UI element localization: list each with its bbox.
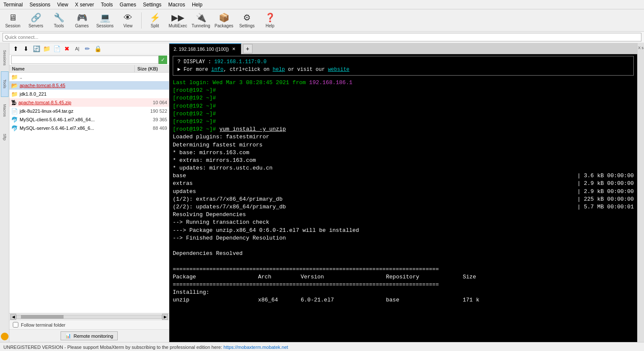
toolbar-session-label: Session (5, 23, 20, 28)
download-btn[interactable]: ⬇ (21, 44, 31, 53)
refresh-btn[interactable]: 🔄 (32, 44, 41, 53)
file-row[interactable]: 📄 jdk-8u221-linux-x64.tar.gz 190 522 (9, 107, 169, 115)
address-bar: /root/software/ ✓ (9, 55, 169, 65)
statusbar-link[interactable]: https://mobaxterm.mobatek.net (223, 345, 288, 350)
toolbar-tools[interactable]: 🔧 Tools (48, 10, 70, 31)
file-row[interactable]: 🗜 apache-tomcat-8.5.45.zip 10 064 (9, 98, 169, 107)
terminal[interactable]: ? DISPLAY : 192.168.1.117:0.0 ► For more… (169, 54, 637, 342)
newfile-btn[interactable]: 📄 (52, 44, 61, 53)
file-size: 39 365 (133, 117, 167, 122)
file-size: 88 469 (133, 126, 167, 131)
term-line: [root@192 ~]# (173, 118, 634, 126)
remote-monitoring-bar: 📊 Remote monitoring (9, 329, 169, 342)
right-panel-close[interactable]: X s (638, 45, 644, 51)
toolbar-tools-label: Tools (54, 23, 64, 28)
remote-monitoring-button[interactable]: 📊 Remote monitoring (61, 331, 118, 340)
file-hscroll: ◀ ▶ (9, 313, 169, 320)
rename-btn[interactable]: A| (73, 44, 82, 53)
toolbar-view[interactable]: 👁 View (117, 10, 139, 31)
file-row[interactable]: 🐬 MySQL-client-5.6.46-1.el7.x86_64... 39… (9, 115, 169, 124)
mysql-icon: 🐬 (11, 125, 18, 132)
term-line: Determining fastest mirrors (173, 141, 634, 149)
term-line: * updates: mirrors.ustc.edu.cn (173, 164, 634, 172)
toolbar-sessions2[interactable]: 💻 Sessions (94, 10, 116, 31)
file-list-header: Name Size (KB) (9, 65, 169, 73)
term-line: (2/2): updates/7/x86_64/primary_db| 5.7 … (173, 203, 634, 211)
menu-view[interactable]: View (54, 1, 72, 9)
toolbar-multiexec-label: MultiExec (168, 23, 187, 28)
menu-macros[interactable]: Macros (165, 1, 189, 9)
sessions2-icon: 💻 (100, 12, 110, 23)
term-line: base| 3.6 kB 00:00:00 (173, 172, 634, 180)
toolbar-games[interactable]: 🎮 Games (71, 10, 93, 31)
quickconnect-bar (0, 32, 644, 43)
file-name: jdk-8u221-linux-x64.tar.gz (20, 108, 133, 114)
file-row[interactable]: 📁 jdk1.8.0_221 (9, 90, 169, 98)
toolbar-split[interactable]: ⚡ Split (144, 10, 166, 31)
hscroll-track[interactable] (16, 315, 162, 319)
permissions-btn[interactable]: 🔒 (93, 44, 102, 53)
address-go-btn[interactable]: ✓ (159, 56, 167, 64)
file-row[interactable]: 📂 apache-tomcat-8.5.45 (9, 81, 169, 90)
follow-folder-checkbox[interactable] (13, 322, 18, 328)
toolbar-games-label: Games (75, 23, 89, 28)
toolbar-packages[interactable]: 📦 Packages (213, 10, 235, 31)
upload-btn[interactable]: ⬆ (11, 44, 20, 53)
address-input[interactable]: /root/software/ (11, 56, 159, 64)
remote-monitoring-label: Remote monitoring (74, 333, 113, 339)
terminal-area: 2. 192.168.186.100 ([100]) ✕ + ? DISPLAY… (169, 43, 637, 342)
menu-help[interactable]: Help (189, 1, 206, 9)
settings-icon: ⚙ (243, 12, 251, 23)
hscroll-thumb[interactable] (21, 315, 64, 319)
sidebar-item-macros[interactable]: Macros (1, 98, 9, 123)
menu-xserver[interactable]: X server (72, 1, 98, 9)
toolbar-tunneling[interactable]: 🔌 Tunneling (190, 10, 212, 31)
hscroll-right[interactable]: ▶ (162, 314, 168, 320)
servers-icon: 🔗 (31, 12, 41, 23)
zip-icon: 🗜 (11, 99, 17, 106)
menu-games[interactable]: Games (116, 1, 140, 9)
file-panel: ⬆ ⬇ 🔄 📁 📄 ✖ A| ✏ 🔒 /root/software/ ✓ Nam… (9, 43, 169, 342)
terminal-tab[interactable]: 2. 192.168.186.100 ([100]) ✕ (169, 43, 241, 54)
toolbar-settings[interactable]: ⚙ Settings (236, 10, 258, 31)
edit-btn[interactable]: ✏ (83, 44, 92, 53)
games-icon: 🎮 (77, 12, 87, 23)
col-size-header: Size (KB) (135, 65, 169, 72)
file-row[interactable]: 📁 .. (9, 73, 169, 81)
sidebar-item-sessions[interactable]: Sessions (1, 45, 9, 70)
term-line: Last login: Wed Mar 3 08:28:45 2021 from… (173, 79, 634, 87)
mysql-icon: 🐬 (11, 117, 18, 123)
menu-tools[interactable]: Tools (98, 1, 116, 9)
tab-close-btn[interactable]: ✕ (231, 46, 237, 52)
toolbar-help[interactable]: ❓ Help (259, 10, 281, 31)
tools-icon: 🔧 (54, 12, 64, 23)
sidebar-item-tools[interactable]: Tools (1, 71, 9, 97)
toolbar-multiexec[interactable]: ▶▶ MultiExec (167, 10, 189, 31)
toolbar: 🖥 Session 🔗 Servers 🔧 Tools 🎮 Games 💻 Se… (0, 9, 644, 32)
file-name: apache-tomcat-8.5.45.zip (18, 100, 133, 105)
folder-icon: 📁 (11, 91, 18, 97)
menu-terminal[interactable]: Terminal (0, 1, 26, 9)
toolbar-servers[interactable]: 🔗 Servers (25, 10, 47, 31)
toolbar-session[interactable]: 🖥 Session (2, 10, 24, 31)
file-row[interactable]: 🐬 MySQL-server-5.6.46-1.el7.x86_6... 88 … (9, 124, 169, 132)
term-install-row: unzip x86_64 6.0-21.el7 base 171 k (173, 296, 634, 304)
term-line: --> Finished Dependency Resolution (173, 234, 634, 242)
main-layout: Sessions Tools Macros Sftp ⬆ ⬇ 🔄 📁 📄 ✖ A… (0, 43, 644, 342)
newfolder-btn[interactable]: 📁 (42, 44, 51, 53)
col-name-header: Name (9, 65, 135, 72)
sidebar-item-sftp[interactable]: Sftp (1, 124, 9, 150)
term-line (173, 242, 634, 250)
hscroll-left[interactable]: ◀ (10, 314, 16, 320)
menu-sessions[interactable]: Sessions (26, 1, 54, 9)
file-toolbar: ⬆ ⬇ 🔄 📁 📄 ✖ A| ✏ 🔒 (9, 43, 169, 55)
toolbar-servers-label: Servers (29, 23, 43, 28)
term-line: Installing: (173, 289, 634, 296)
quick-connect-input[interactable] (3, 33, 641, 41)
toolbar-settings-label: Settings (239, 23, 255, 28)
delete-btn[interactable]: ✖ (62, 44, 72, 53)
toolbar-help-label: Help (266, 23, 275, 28)
menu-settings[interactable]: Settings (139, 1, 165, 9)
new-tab-btn[interactable]: + (243, 44, 252, 53)
file-list: 📁 .. 📂 apache-tomcat-8.5.45 📁 jdk1.8.0_2… (9, 73, 169, 313)
